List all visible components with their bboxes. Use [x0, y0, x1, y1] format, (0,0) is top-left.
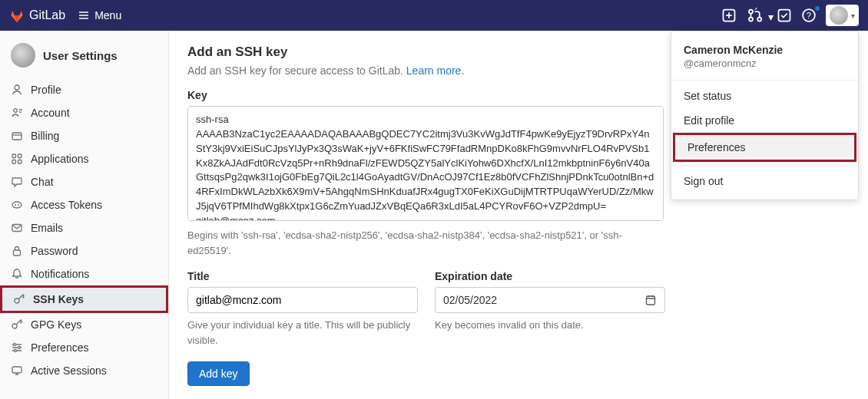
svg-rect-24 [12, 367, 22, 373]
sidebar-item-label: GPG Keys [31, 318, 81, 331]
topbar: GitLab Menu ▾ ? ▾ [0, 0, 868, 31]
svg-rect-25 [647, 296, 655, 305]
expiration-help-text: Key becomes invalid on this date. [435, 318, 665, 333]
bell-icon [11, 268, 23, 280]
user-menu-sign-out[interactable]: Sign out [671, 169, 858, 193]
user-menu-dropdown: Cameron McKenzie @cameronmcnz Set status… [671, 31, 859, 200]
sidebar-item-password[interactable]: Password [0, 239, 168, 262]
sidebar-header: User Settings [0, 37, 168, 78]
sidebar-item-profile[interactable]: Profile [0, 78, 168, 101]
lock-icon [11, 245, 23, 257]
svg-rect-12 [12, 160, 16, 164]
svg-rect-9 [12, 133, 22, 140]
menu-label: Menu [94, 9, 121, 21]
svg-point-15 [15, 204, 16, 206]
apps-icon [11, 153, 23, 165]
user-menu-header: Cameron McKenzie @cameronmcnz [671, 38, 858, 77]
svg-rect-10 [12, 154, 16, 158]
sidebar-item-ssh-keys[interactable]: SSH Keys [0, 285, 168, 313]
topbar-right: ▾ ? ▾ [721, 5, 859, 26]
svg-rect-4 [779, 10, 790, 21]
sidebar-item-chat[interactable]: Chat [0, 170, 168, 193]
monitor-icon [11, 364, 23, 377]
svg-point-3 [757, 18, 761, 21]
svg-text:?: ? [807, 11, 811, 20]
user-menu-preferences[interactable]: Preferences [673, 133, 856, 162]
sidebar-item-access-tokens[interactable]: Access Tokens [0, 193, 168, 216]
key-help-text: Begins with 'ssh-rsa', 'ecdsa-sha2-nistp… [187, 228, 664, 258]
sidebar-item-emails[interactable]: Emails [0, 216, 168, 239]
svg-point-7 [15, 85, 19, 90]
billing-icon [11, 130, 23, 142]
brand-text: GitLab [29, 8, 65, 22]
svg-point-20 [12, 324, 17, 328]
sidebar-item-label: Profile [31, 84, 61, 96]
add-key-button[interactable]: Add key [187, 361, 250, 386]
chevron-down-icon: ▾ [851, 12, 855, 20]
sidebar-item-label: Active Sessions [31, 364, 107, 377]
user-menu-set-status[interactable]: Set status [671, 84, 858, 108]
svg-point-1 [749, 10, 753, 14]
key-icon [13, 293, 25, 305]
chat-icon [11, 176, 23, 188]
user-avatar-button[interactable]: ▾ [826, 5, 859, 26]
user-menu-name: Cameron McKenzie [684, 44, 846, 56]
sidebar-item-label: Chat [31, 176, 54, 188]
calendar-icon [644, 294, 657, 306]
sidebar: User Settings Profile Account Billing Ap… [0, 31, 169, 399]
svg-point-2 [749, 18, 753, 21]
help-icon[interactable]: ? [801, 8, 817, 23]
user-menu-handle: @cameronmcnz [684, 58, 846, 69]
desc-text: Add an SSH key for secure access to GitL… [187, 64, 406, 77]
brand[interactable]: GitLab [9, 8, 65, 23]
title-help-text: Give your individual key a title. This w… [187, 318, 418, 348]
user-icon [11, 84, 23, 96]
key-textarea[interactable] [187, 106, 664, 221]
learn-more-link[interactable]: Learn more. [406, 64, 464, 77]
svg-rect-11 [18, 154, 22, 158]
sidebar-item-applications[interactable]: Applications [0, 147, 168, 170]
expiration-input[interactable]: 02/05/2022 [435, 287, 665, 313]
svg-point-21 [14, 344, 16, 346]
expiration-value: 02/05/2022 [443, 294, 497, 306]
token-icon [11, 199, 23, 211]
svg-point-14 [12, 202, 22, 208]
title-label: Title [187, 270, 418, 282]
sliders-icon [11, 341, 23, 354]
sidebar-title: User Settings [43, 49, 118, 62]
todos-icon[interactable] [777, 8, 792, 23]
gitlab-logo-icon [9, 8, 25, 23]
sidebar-item-account[interactable]: Account [0, 101, 168, 124]
hamburger-icon [78, 9, 90, 21]
merge-requests-icon[interactable]: ▾ [746, 8, 767, 23]
svg-point-23 [15, 350, 17, 352]
svg-point-19 [15, 298, 19, 303]
sidebar-item-label: Preferences [31, 341, 88, 354]
title-input[interactable] [187, 287, 418, 313]
sidebar-item-label: Emails [31, 222, 63, 234]
expiration-label: Expiration date [435, 270, 665, 282]
svg-point-8 [14, 109, 18, 113]
key-icon [11, 318, 23, 331]
new-icon[interactable] [721, 8, 737, 23]
sidebar-item-billing[interactable]: Billing [0, 124, 168, 147]
sidebar-avatar-icon [11, 43, 35, 68]
user-menu-edit-profile[interactable]: Edit profile [671, 108, 858, 133]
svg-point-22 [18, 347, 21, 349]
svg-rect-13 [18, 160, 22, 164]
sidebar-item-label: Notifications [31, 268, 89, 280]
account-icon [11, 107, 23, 119]
svg-rect-18 [14, 250, 21, 256]
sidebar-item-label: Applications [31, 153, 89, 165]
mail-icon [11, 222, 23, 234]
sidebar-item-label: Password [31, 245, 78, 257]
notification-dot-icon [815, 6, 820, 11]
sidebar-item-notifications[interactable]: Notifications [0, 262, 168, 285]
sidebar-item-preferences[interactable]: Preferences [0, 336, 168, 359]
sidebar-item-active-sessions[interactable]: Active Sessions [0, 359, 168, 382]
avatar-icon [830, 6, 848, 25]
sidebar-item-gpg-keys[interactable]: GPG Keys [0, 313, 168, 336]
sidebar-item-label: Account [31, 107, 70, 119]
menu-toggle[interactable]: Menu [71, 6, 128, 25]
sidebar-item-label: SSH Keys [33, 293, 84, 305]
